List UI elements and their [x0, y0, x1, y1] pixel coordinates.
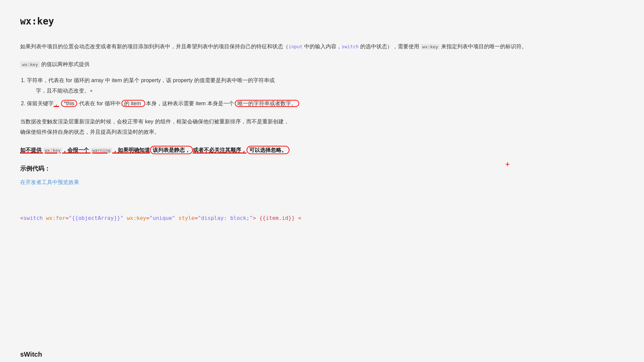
this-circled: *this — [61, 100, 77, 107]
list-item-1: 字符串，代表在 for 循环的 array 中 item 的某个 propert… — [27, 75, 624, 96]
warning-paragraph: 如不提供 wx:key，会报一个 warning，如果明确知道该列表是静态，或者… — [20, 145, 624, 155]
code-space1 — [43, 215, 46, 221]
preview-link[interactable]: 在开发者工具中预览效果 — [20, 178, 79, 187]
list-item-2-prefix: 保留关键字， — [27, 101, 60, 106]
switch-code: switch — [342, 44, 359, 49]
intro-text3: 的选中状态），需要使用 — [359, 44, 421, 49]
warning-text2: 或者不必关注其顺序， — [193, 147, 247, 153]
list-item-1-text: 字符串，代表在 for 循环的 array 中 item 的某个 propert… — [27, 77, 275, 93]
reserved-keyword-underline: ， — [54, 101, 59, 106]
example-title: 示例代码： — [20, 164, 624, 174]
value-intro-text: 的值以两种形式提供 — [41, 61, 90, 67]
code-style-attr: style — [178, 215, 195, 221]
description-text: 当数据改变触发渲染层重新渲染的时候，会校正带有 key 的组件，框架会确保他们被… — [20, 119, 289, 134]
description-paragraph: 当数据改变触发渲染层重新渲染的时候，会校正带有 key 的组件，框架会确保他们被… — [20, 117, 624, 137]
code-equals1: = — [65, 215, 69, 221]
unique-circled: 唯一的字符串或者数字。 — [235, 100, 299, 107]
wxkey-section-label: wx:key — [20, 61, 40, 68]
example-section: 示例代码： + — [20, 164, 624, 174]
ignore-circled: 可以选择忽略。 — [247, 146, 289, 154]
bottom-bar: sWitch — [0, 347, 644, 362]
list-item-2: 保留关键字， *this 代表在 for 循环中的 item 本身，这种表示需要… — [27, 99, 624, 109]
code-wxkey-val: "unique" — [149, 215, 175, 221]
static-circled: 该列表是静态， — [150, 146, 193, 154]
switch-label: sWitch — [20, 349, 42, 360]
input-code: input — [288, 44, 303, 49]
code-wxfor-attr: wx:for — [46, 215, 65, 221]
code-wxfor-val: "{{objectArray}}" — [69, 215, 124, 221]
item-circled: 的 item — [121, 100, 145, 107]
code-tag-open: < — [20, 215, 23, 221]
intro-text4: 来指定列表中项目的唯一的标识符。 — [440, 44, 527, 49]
code-space2 — [123, 215, 127, 221]
wxkey-warning-code: wx:key — [43, 147, 62, 153]
code-style-val: "display: block;" — [198, 215, 253, 221]
code-equals2: = — [146, 215, 150, 221]
code-section: <switch wx:for="{{objectArray}}" wx:key=… — [20, 207, 624, 230]
code-switch-tag: switch — [23, 215, 43, 221]
warning-word: warning — [91, 147, 112, 153]
code-equals3: = — [195, 215, 198, 221]
warning-text1: 如不提供 wx:key，会报一个 warning，如果明确知道 — [20, 147, 150, 153]
list-item-2-middle: 代表在 for 循环中的 item 本身，这种表示需要 item 本身是一个唯一… — [78, 101, 300, 106]
page-title: wx:key — [20, 13, 624, 29]
code-wxkey-attr: wx:key — [127, 215, 146, 221]
intro-text1: 如果列表中项目的位置会动态改变或者有新的项目添加到列表中，并且希望列表中的项目保… — [20, 44, 288, 49]
page-container: wx:key 如果列表中项目的位置会动态改变或者有新的项目添加到列表中，并且希望… — [0, 0, 644, 362]
code-line: <switch wx:for="{{objectArray}}" wx:key=… — [20, 214, 624, 223]
code-space3 — [175, 215, 178, 221]
intro-text2: 中的输入内容， — [303, 44, 341, 49]
value-intro: wx:key 的值以两种形式提供 — [20, 60, 624, 69]
dot-indicator — [90, 90, 92, 92]
intro-paragraph: 如果列表中项目的位置会动态改变或者有新的项目添加到列表中，并且希望列表中的项目保… — [20, 42, 624, 52]
plus-icon[interactable]: + — [505, 160, 510, 168]
wxkey-code-intro: wx:key — [421, 44, 440, 50]
code-tag-close1: > {{item.id}} < — [253, 215, 302, 221]
list-container: 字符串，代表在 for 循环的 array 中 item 的某个 propert… — [27, 75, 624, 109]
